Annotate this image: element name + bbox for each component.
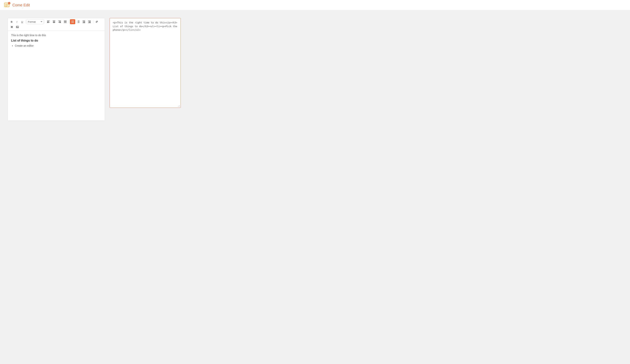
bullet-list-button[interactable] <box>70 19 75 24</box>
indent-increase-icon <box>88 20 91 23</box>
svg-rect-32 <box>83 22 85 22</box>
svg-rect-11 <box>59 21 61 22</box>
editor-toolbar: B I U Format Heading 1 Heading 2 Heading… <box>8 18 105 31</box>
svg-rect-19 <box>72 20 74 21</box>
svg-rect-36 <box>89 22 91 22</box>
html-output-panel: <p>This is the right time to do this</p>… <box>110 18 181 108</box>
svg-point-22 <box>71 22 72 23</box>
indent-decrease-button[interactable] <box>81 19 86 24</box>
bullet-list-icon <box>71 20 74 23</box>
underline-button[interactable]: U <box>20 19 24 24</box>
svg-rect-16 <box>64 22 66 22</box>
link-icon <box>96 20 98 23</box>
svg-rect-23 <box>72 22 74 23</box>
svg-rect-29 <box>78 22 80 23</box>
bold-button[interactable]: B <box>9 19 14 24</box>
image-button[interactable] <box>15 24 20 29</box>
app-header: Come Edit <box>0 0 630 10</box>
italic-button[interactable]: I <box>14 19 19 24</box>
svg-rect-13 <box>60 22 61 23</box>
editor-body[interactable]: This is the right time to do this List o… <box>8 31 105 121</box>
svg-rect-37 <box>88 23 91 23</box>
svg-rect-2 <box>47 20 50 21</box>
svg-point-20 <box>71 21 72 22</box>
numbered-list-icon: 1.2.3. <box>77 20 80 23</box>
indent-decrease-icon <box>82 20 85 23</box>
svg-rect-9 <box>53 22 55 23</box>
svg-rect-34 <box>88 20 91 21</box>
svg-rect-4 <box>47 22 50 22</box>
editor-list: Create an editor <box>11 44 102 47</box>
align-right-button[interactable] <box>57 19 62 24</box>
image-icon <box>16 26 19 28</box>
svg-rect-21 <box>72 21 74 22</box>
toolbar-separator-2 <box>44 20 45 23</box>
format-select[interactable]: Format Heading 1 Heading 2 Heading 3 Par… <box>26 19 44 24</box>
svg-rect-14 <box>64 20 66 21</box>
toolbar-separator-1 <box>26 20 26 23</box>
svg-point-18 <box>71 20 72 21</box>
svg-rect-10 <box>58 20 61 21</box>
app-logo <box>4 1 10 9</box>
svg-rect-15 <box>64 21 66 22</box>
indent-increase-button[interactable] <box>87 19 92 24</box>
link-button[interactable] <box>94 19 100 24</box>
svg-rect-35 <box>89 21 91 22</box>
toolbar-separator-4 <box>93 20 93 23</box>
resize-handle-icon <box>178 105 180 107</box>
svg-rect-7 <box>53 21 55 22</box>
editor-paragraph: This is the right time to do this <box>11 34 102 37</box>
editor-panel: B I U Format Heading 1 Heading 2 Heading… <box>8 18 105 121</box>
svg-rect-30 <box>82 20 85 21</box>
main-content: B I U Format Heading 1 Heading 2 Heading… <box>0 10 630 128</box>
unlink-icon <box>10 26 13 28</box>
svg-rect-33 <box>82 23 85 23</box>
svg-rect-39 <box>16 26 18 28</box>
svg-text:3.: 3. <box>77 22 78 23</box>
align-center-button[interactable] <box>52 19 56 24</box>
align-left-icon <box>47 20 50 23</box>
align-justify-icon <box>64 20 66 23</box>
svg-rect-25 <box>78 20 80 21</box>
svg-rect-3 <box>47 21 49 22</box>
toolbar-separator-3 <box>69 20 69 23</box>
app-title: Come Edit <box>12 3 30 7</box>
unlink-button[interactable] <box>9 24 14 29</box>
align-left-button[interactable] <box>46 19 51 24</box>
svg-rect-5 <box>47 22 48 23</box>
align-right-icon <box>58 20 61 23</box>
editor-heading: List of things to do <box>11 39 102 42</box>
svg-rect-8 <box>53 22 55 22</box>
html-output-text: <p>This is the right time to do this</p>… <box>110 18 180 34</box>
align-center-icon <box>53 20 55 23</box>
svg-rect-12 <box>58 22 61 22</box>
svg-rect-31 <box>83 21 85 22</box>
svg-rect-27 <box>78 21 80 22</box>
numbered-list-button[interactable]: 1.2.3. <box>76 19 81 24</box>
svg-rect-6 <box>53 20 55 21</box>
align-justify-button[interactable] <box>62 19 68 24</box>
editor-list-item: Create an editor <box>15 44 102 47</box>
